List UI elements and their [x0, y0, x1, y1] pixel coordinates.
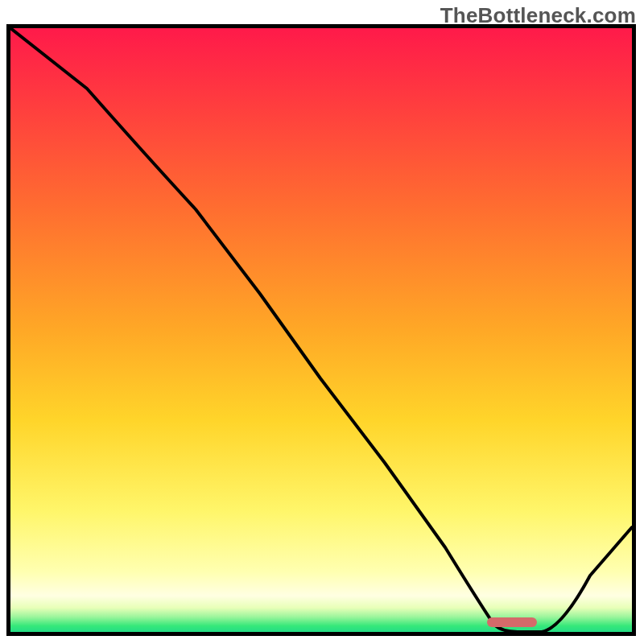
- curve-path: [10, 28, 632, 632]
- bottleneck-curve: [10, 28, 632, 632]
- chart-container: TheBottleneck.com: [0, 0, 644, 644]
- optimal-range-marker: [487, 617, 537, 627]
- watermark-text: TheBottleneck.com: [440, 3, 636, 28]
- plot-frame: [6, 24, 636, 636]
